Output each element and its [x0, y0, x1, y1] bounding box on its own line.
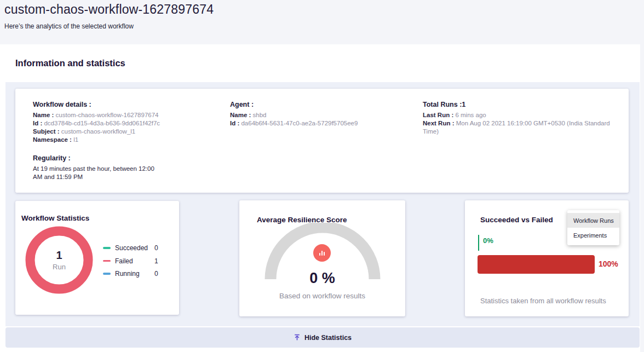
legend-value: 1 — [154, 257, 158, 265]
running-dash-icon — [103, 273, 111, 275]
page-subtitle: Here’s the analytics of the selected wor… — [4, 22, 134, 30]
agent-id-row: Id : da64b6f4-5631-47c0-ae2a-5729f5705ee… — [230, 119, 411, 128]
donut-run-label: Run — [53, 263, 66, 271]
field-label: Name : — [230, 112, 251, 118]
workflow-details-card: Workflow details : Name : custom-chaos-w… — [15, 89, 629, 193]
legend-row-succeeded: Succeeded 0 — [103, 244, 174, 252]
legend-row-failed: Failed 1 — [103, 257, 174, 266]
succeeded-vs-failed-card: Succeeded vs Failed Workflow Runs Experi… — [465, 200, 629, 316]
last-run-row: Last Run : 6 mins ago — [423, 111, 625, 119]
hide-statistics-button[interactable]: Hide Statistics — [5, 327, 640, 348]
legend-label: Running — [115, 270, 149, 278]
donut-run-count: 1 — [56, 249, 62, 261]
menu-item-experiments[interactable]: Experiments — [567, 228, 619, 243]
field-value: l1 — [73, 136, 78, 143]
succeeded-dash-icon — [103, 247, 111, 249]
bar-chart-icon-bar — [319, 253, 321, 256]
agent-heading: Agent : — [230, 101, 411, 108]
field-label: Name : — [33, 112, 54, 118]
menu-item-workflow-runs[interactable]: Workflow Runs — [567, 213, 619, 228]
field-value: da64b6f4-5631-47c0-ae2a-5729f5705ee9 — [241, 120, 358, 126]
regularity-line: AM and 11:59 PM — [33, 173, 214, 181]
legend-row-running: Running 0 — [103, 269, 174, 278]
workflow-subject-row: Subject : custom-chaos-workflow_l1 — [33, 128, 214, 136]
workflow-id-row: Id : dcd3784b-cd15-4d3a-b636-9dd061f42f7… — [33, 119, 214, 128]
failed-bar — [478, 255, 595, 274]
hide-statistics-label: Hide Statistics — [304, 334, 352, 342]
donut-center: 1 Run — [25, 226, 93, 294]
field-value: custom-chaos-workflow-1627897674 — [56, 112, 159, 118]
field-value: shbd — [253, 112, 267, 118]
legend-value: 0 — [154, 244, 158, 252]
field-label: Namespace : — [33, 136, 72, 143]
field-value: custom-chaos-workflow_l1 — [61, 128, 136, 135]
page-title: custom-chaos-workflow-1627897674 — [4, 2, 214, 17]
failed-percentage: 100% — [599, 259, 618, 268]
collapse-up-icon — [294, 334, 301, 341]
field-label: Next Run : — [423, 120, 455, 126]
workflow-details-heading: Workflow details : — [33, 101, 214, 108]
section-title: Information and statistics — [15, 58, 125, 68]
legend-label: Failed — [115, 257, 149, 265]
field-label: Id : — [33, 120, 42, 126]
field-label: Last Run : — [423, 112, 453, 118]
failed-dash-icon — [103, 260, 111, 262]
legend-value: 0 — [154, 270, 158, 278]
field-label: Subject : — [33, 128, 60, 135]
chart-filter-dropdown-menu: Workflow Runs Experiments — [567, 210, 619, 245]
resilience-score-caption: Based on workflow results — [239, 292, 405, 300]
workflow-statistics-title: Workflow Statistics — [21, 214, 89, 222]
workflow-name-row: Name : custom-chaos-workflow-1627897674 — [33, 111, 214, 119]
workflow-namespace-row: Namespace : l1 — [33, 136, 214, 144]
regularity-block: Regularity : At 19 minutes past the hour… — [33, 154, 214, 181]
donut-legend: Succeeded 0 Failed 1 Running 0 — [103, 244, 174, 282]
regularity-heading: Regularity : — [33, 154, 214, 162]
workflow-details-column: Workflow details : Name : custom-chaos-w… — [33, 101, 214, 181]
bar-chart-icon-bar — [321, 251, 323, 256]
total-runs-heading: Total Runs :1 — [423, 101, 625, 108]
resilience-score-card: Average Resilience Score 0 % Based on wo… — [239, 200, 405, 316]
succeeded-percentage: 0% — [483, 236, 493, 245]
succeeded-vs-failed-caption: Statistics taken from all workflow resul… — [480, 297, 606, 305]
runs-donut-chart: 1 Run — [25, 226, 93, 294]
succeeded-vs-failed-title: Succeeded vs Failed — [480, 216, 553, 224]
bar-chart-icon-bar — [324, 252, 325, 256]
resilience-score-value: 0 % — [239, 270, 405, 287]
next-run-row: Next Run : Mon Aug 02 2021 16:19:00 GMT+… — [423, 119, 625, 136]
agent-name-row: Name : shbd — [230, 111, 411, 119]
regularity-line: At 19 minutes past the hour, between 12:… — [33, 165, 214, 173]
runs-column: Total Runs :1 Last Run : 6 mins ago Next… — [423, 101, 625, 136]
workflow-statistics-card: Workflow Statistics 1 Run Succeeded 0 Fa… — [15, 201, 179, 315]
field-value: 6 mins ago — [455, 112, 486, 118]
field-label: Id : — [230, 120, 239, 126]
bar-chart-icon — [313, 244, 331, 262]
agent-column: Agent : Name : shbd Id : da64b6f4-5631-4… — [230, 101, 411, 128]
legend-label: Succeeded — [115, 244, 149, 252]
field-value: dcd3784b-cd15-4d3a-b636-9dd061f42f7c — [44, 120, 160, 126]
succeeded-bar — [478, 235, 479, 251]
